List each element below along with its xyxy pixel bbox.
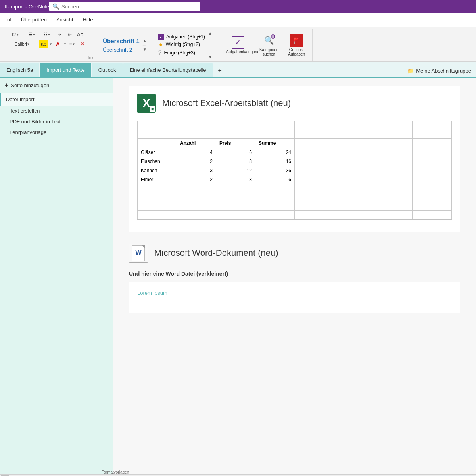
kat-wichtig-label: Wichtig (Strg+2) <box>166 42 200 47</box>
add-page-label: Seite hinzufügen <box>11 83 49 88</box>
table-cell-eimer-anzahl: 2 <box>177 175 216 184</box>
sidebar-page-lehrplanvorlage[interactable]: Lehrplanvorlage <box>0 127 113 138</box>
format-scroll-up[interactable]: ▲ <box>143 38 147 43</box>
btn-list-numbered[interactable]: ☷▼ <box>40 30 54 39</box>
table-cell <box>177 130 216 139</box>
table-row <box>138 193 452 202</box>
menu-item-hilfe[interactable]: Hilfe <box>79 15 97 24</box>
table-cell <box>295 184 334 193</box>
btn-style-az[interactable]: Aa <box>75 30 85 39</box>
kat-aufgaben-label: Aufgaben (Strg+1) <box>166 34 205 40</box>
tab-add-button[interactable]: + <box>213 64 226 77</box>
table-cell <box>177 202 216 211</box>
table-cell <box>373 184 413 193</box>
table-cell <box>334 166 373 175</box>
table-cell <box>413 193 452 202</box>
dropdown-font-size[interactable]: 12 ▼ <box>6 30 24 39</box>
table-cell <box>413 121 452 130</box>
menu-item-ansicht[interactable]: Ansicht <box>52 15 77 24</box>
table-cell <box>373 121 413 130</box>
btn-kategorien-suchen[interactable]: 🔍 ▦ Kategorien suchen <box>257 30 281 60</box>
bottom-scrollbar[interactable] <box>0 474 476 476</box>
word-section: W Microsoft Word-Dokument (neu) Und hier… <box>129 244 460 313</box>
tab-beurteilungstabelle[interactable]: Eine einfache Beurteilungstabelle <box>123 63 213 77</box>
kat-checkbox-aufgaben[interactable] <box>158 34 164 40</box>
kat-aufgaben[interactable]: Aufgaben (Strg+1) <box>157 34 207 40</box>
table-cell <box>334 202 373 211</box>
highlight-dropdown[interactable]: ▼ <box>49 42 52 46</box>
btn-indent-out[interactable]: ⇤ <box>65 30 75 39</box>
search-icon: 🔍 <box>52 3 59 10</box>
format-h1[interactable]: Überschrift 1 <box>101 37 141 45</box>
add-icon: + <box>5 82 8 89</box>
table-cell-eimer-preis: 3 <box>216 175 255 184</box>
table-row <box>138 130 452 139</box>
title-bar: If-Import - OneNote 🔍 <box>0 0 476 13</box>
search-input[interactable] <box>61 4 197 10</box>
table-cell <box>295 202 334 211</box>
table-cell <box>334 184 373 193</box>
btn-align[interactable]: ≡▼ <box>67 40 77 48</box>
kategorien-suchen-label: Kategorien suchen <box>259 48 278 56</box>
sidebar: + Seite hinzufügen Datei-Import Text ers… <box>0 78 113 474</box>
tab-englisch5a[interactable]: Englisch 5a <box>0 63 39 77</box>
btn-aufgabenkategorie[interactable]: ✓ Aufgabenkategorie <box>224 30 252 60</box>
format-scroll-down[interactable]: ▼ <box>143 47 147 52</box>
kat-frage[interactable]: ? Frage (Strg+3) <box>157 49 207 57</box>
tab-outlook[interactable]: Outlook <box>92 63 123 77</box>
search-box[interactable]: 🔍 <box>49 2 200 11</box>
btn-indent-in[interactable]: ⇥ <box>55 30 64 39</box>
table-cell <box>373 193 413 202</box>
table-cell <box>216 184 255 193</box>
table-cell <box>138 211 177 219</box>
table-cell <box>295 139 334 148</box>
table-cell <box>334 148 373 157</box>
table-row: Kannen 3 12 36 <box>138 166 452 175</box>
ribbon-kategorien: Aufgaben (Strg+1) ★ Wichtig (Strg+2) ? F… <box>150 29 219 61</box>
tab-import-texte[interactable]: Import und Texte <box>40 63 91 77</box>
kat-wichtig[interactable]: ★ Wichtig (Strg+2) <box>157 41 207 48</box>
table-cell <box>334 157 373 166</box>
table-cell <box>255 202 295 211</box>
table-cell <box>138 184 177 193</box>
table-cell <box>177 193 216 202</box>
format-h2[interactable]: Überschrift 2 <box>101 46 141 54</box>
word-embed: Lorem Ipsum <box>129 282 460 313</box>
sidebar-page-pdf-bilder[interactable]: PDF und Bilder in Text <box>0 116 113 127</box>
dropdown-font[interactable]: Calibri ▼ <box>6 40 38 48</box>
kat-scroll-up[interactable]: ▲ <box>208 31 212 35</box>
menu-item-ueberpruefen[interactable]: Überprüfen <box>17 15 51 24</box>
btn-clear-format[interactable]: ✕ <box>78 40 87 48</box>
sidebar-page-datei-import[interactable]: Datei-Import <box>0 93 113 106</box>
add-page-btn[interactable]: + Seite hinzufügen <box>0 78 113 93</box>
btn-list-bullet[interactable]: ☰▼ <box>25 30 39 39</box>
format-scroll-mid[interactable]: ─ <box>143 43 147 47</box>
btn-highlight[interactable]: ab <box>39 40 48 48</box>
table-cell <box>138 193 177 202</box>
table-cell-kannen-preis: 12 <box>216 166 255 175</box>
table-cell-kannen-label: Kannen <box>138 166 177 175</box>
table-cell <box>334 193 373 202</box>
table-cell <box>334 139 373 148</box>
table-cell <box>373 202 413 211</box>
table-cell <box>295 166 334 175</box>
font-color-dropdown[interactable]: ▼ <box>63 42 67 46</box>
table-cell-eimer-label: Eimer <box>138 175 177 184</box>
main-layout: + Seite hinzufügen Datei-Import Text ers… <box>0 78 476 474</box>
table-cell <box>373 211 413 219</box>
table-cell <box>413 130 452 139</box>
btn-font-color[interactable]: A <box>53 40 63 48</box>
table-row: Flaschen 2 8 16 <box>138 157 452 166</box>
excel-table: Anzahl Preis Summe Gläser 4 6 24 <box>137 121 452 219</box>
sidebar-page-text-erstellen[interactable]: Text erstellen <box>0 106 113 116</box>
btn-outlook-aufgaben[interactable]: 🚩 Outlook- Aufgaben <box>286 30 307 60</box>
table-cell <box>334 211 373 219</box>
menu-item-uf[interactable]: uf <box>3 15 15 24</box>
table-row <box>138 121 452 130</box>
word-title: Microsoft Word-Dokument (neu) <box>154 248 278 258</box>
table-row: Anzahl Preis Summe <box>138 139 452 148</box>
search-kategorien-icon: 🔍 ▦ <box>263 34 275 47</box>
kat-scroll-down[interactable]: ▼ <box>208 55 212 59</box>
table-cell-flaschen-summe: 16 <box>255 157 295 166</box>
table-cell <box>255 121 295 130</box>
